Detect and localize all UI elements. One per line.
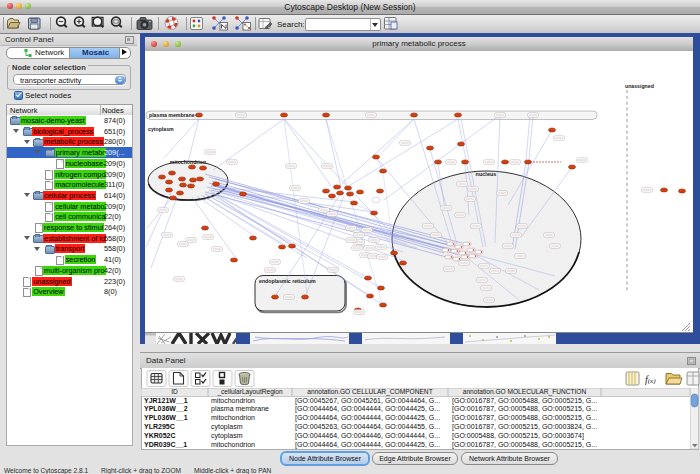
svg-text:[GO:0045267, GO:0045261, GO:00: [GO:0045267, GO:0045261, GO:0044464, G..… <box>295 397 440 405</box>
svg-text:cytoplasm: cytoplasm <box>211 423 243 431</box>
svg-text:mitochondrion: mitochondrion <box>211 441 255 448</box>
svg-text:YJR121W__1: YJR121W__1 <box>144 397 188 404</box>
svg-text:f(x): f(x) <box>645 374 656 385</box>
svg-text:[GO:0016787, GO:0005488, GO:00: [GO:0016787, GO:0005488, GO:0005215, G..… <box>452 414 597 422</box>
svg-text:plasma membrane: plasma membrane <box>149 112 195 118</box>
svg-text:[GO:0044464, GO:0044444, GO:00: [GO:0044464, GO:0044444, GO:0044425, G..… <box>295 441 440 449</box>
svg-text:[GO:0044464, GO:0044444, GO:00: [GO:0044464, GO:0044444, GO:0044425, G..… <box>295 414 440 422</box>
svg-text:cytoplasm: cytoplasm <box>211 432 243 440</box>
svg-text:annotation.GO CELLULAR_COMPONE: annotation.GO CELLULAR_COMPONENT <box>307 388 432 396</box>
svg-text:[GO:0016787, GO:0005215, GO:00: [GO:0016787, GO:0005215, GO:0003824, G..… <box>452 423 597 431</box>
svg-text:[GO:0016787, GO:0005488, GO:00: [GO:0016787, GO:0005488, GO:0005215, G..… <box>452 405 597 413</box>
svg-text:plasma membrane: plasma membrane <box>211 405 269 413</box>
svg-text:[GO:0044464, GO:0044446, GO:00: [GO:0044464, GO:0044446, GO:0044444, G..… <box>295 432 440 440</box>
svg-text:YDR039C__1: YDR039C__1 <box>144 441 187 448</box>
svg-text:endoplasmic reticulum: endoplasmic reticulum <box>259 278 316 284</box>
svg-text:YKR052C: YKR052C <box>144 432 176 439</box>
svg-text:[GO:0016787, GO:0005488, GO:00: [GO:0016787, GO:0005488, GO:0005215, G..… <box>452 441 597 449</box>
svg-text:unassigned: unassigned <box>625 83 654 89</box>
svg-text:[GO:0045263, GO:0044464, GO:00: [GO:0045263, GO:0044464, GO:0044455, G..… <box>295 423 440 431</box>
svg-text:cytoplasm: cytoplasm <box>148 126 174 132</box>
svg-text:mitochondrion: mitochondrion <box>211 397 255 404</box>
svg-text:nucleus: nucleus <box>476 171 497 177</box>
svg-text:mitochondrion: mitochondrion <box>211 414 255 421</box>
svg-text:YLR295C: YLR295C <box>144 423 175 430</box>
svg-text:annotation.GO MOLECULAR_FUNCTI: annotation.GO MOLECULAR_FUNCTION <box>463 388 587 396</box>
svg-text:[GO:0016787, GO:0005488, GO:00: [GO:0016787, GO:0005488, GO:0005215, G..… <box>452 397 597 405</box>
svg-text:YPL036W__1: YPL036W__1 <box>144 414 188 421</box>
svg-text:[GO:0005488, GO:0005215, GO:00: [GO:0005488, GO:0005215, GO:0003674] <box>452 432 584 440</box>
svg-text:YPL036W__2: YPL036W__2 <box>144 405 188 412</box>
svg-text:[GO:0044464, GO:0044444, GO:00: [GO:0044464, GO:0044444, GO:0044425, G..… <box>295 405 440 413</box>
svg-text:mitochondrion: mitochondrion <box>170 159 206 165</box>
svg-text:_cellularLayoutRegion: _cellularLayoutRegion <box>216 388 283 396</box>
svg-text:ID: ID <box>171 388 178 395</box>
